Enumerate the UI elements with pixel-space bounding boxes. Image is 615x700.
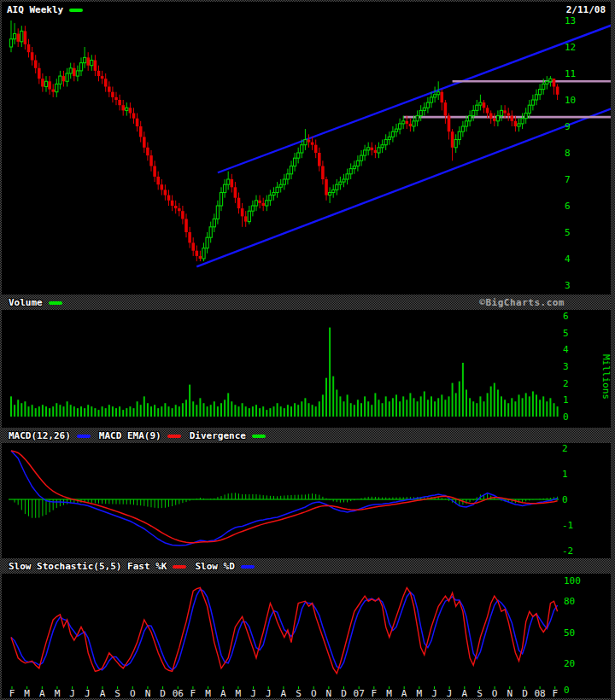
candle-body <box>496 116 499 121</box>
volume-bar <box>427 400 429 417</box>
candle-body <box>59 76 62 84</box>
volume-bar <box>147 403 149 417</box>
candle-body <box>44 81 47 86</box>
candle-body <box>143 137 146 147</box>
x-tick-label: F <box>9 688 15 698</box>
volume-bar <box>112 406 114 417</box>
candle-body <box>56 84 58 91</box>
stochastic-panel: 100805020 <box>2 574 611 686</box>
candle-body <box>108 87 111 92</box>
volume-bar <box>304 398 306 417</box>
volume-bar <box>360 403 362 417</box>
candle-body <box>244 216 248 221</box>
price-axis-label: 12 <box>565 42 576 53</box>
candle-body <box>426 102 429 108</box>
x-tick-label: J <box>250 688 256 698</box>
volume-bar <box>105 408 107 417</box>
candle-body <box>266 201 268 206</box>
volume-bar <box>234 405 236 417</box>
volume-bar <box>336 389 337 417</box>
volume-bar <box>325 378 327 417</box>
stochastic-zero-label: 0 <box>564 686 570 696</box>
volume-bar <box>497 389 499 417</box>
candle-body <box>441 92 444 102</box>
volume-bar <box>154 405 155 417</box>
volume-bar <box>420 396 422 417</box>
candle-body <box>269 195 272 201</box>
candle-body <box>329 193 331 195</box>
volume-bar <box>280 406 282 417</box>
bigcharts-stock-chart: AIQ Weekly 2/11/08 131211109876543 Volum… <box>0 0 615 700</box>
volume-bar <box>395 394 397 417</box>
candle-body <box>84 57 86 62</box>
x-tick-label: N <box>145 688 151 698</box>
divergence-label: Divergence <box>190 430 246 441</box>
volume-bar <box>172 408 173 417</box>
volume-bar <box>17 400 19 417</box>
volume-bar <box>472 401 474 417</box>
volume-bar <box>402 396 404 417</box>
volume-bar <box>87 405 89 417</box>
candle-body <box>167 195 171 201</box>
volume-bar <box>182 403 184 417</box>
candle-body <box>272 193 275 195</box>
volume-bar <box>459 382 460 417</box>
candle-body <box>391 131 394 137</box>
candle-body <box>161 184 164 190</box>
candle-body <box>297 153 300 158</box>
candle-body <box>224 184 226 192</box>
candle-body <box>51 90 55 92</box>
volume-bar <box>546 401 548 417</box>
x-tick-label: D <box>341 688 347 698</box>
volume-bar <box>49 408 50 417</box>
price-axis-label: 11 <box>565 68 576 79</box>
x-tick-label: 07 <box>354 688 365 698</box>
volume-bar <box>308 403 310 417</box>
candle-body <box>241 208 244 216</box>
volume-bar <box>430 396 432 417</box>
volume-legend-dash <box>49 301 62 305</box>
volume-bar <box>80 406 82 417</box>
macd-label: MACD(12,26) <box>9 430 71 441</box>
volume-bar <box>231 401 232 417</box>
candle-body <box>374 150 378 153</box>
volume-bar <box>168 406 170 417</box>
volume-bar <box>382 403 384 417</box>
x-tick-label: F <box>372 688 378 698</box>
candle-body <box>524 114 527 119</box>
chart-date: 2/11/08 <box>566 4 606 15</box>
volume-bar <box>343 401 345 417</box>
candle-body <box>500 110 502 115</box>
price-legend-dash <box>69 9 83 12</box>
x-tick-label: A <box>100 688 106 698</box>
x-tick-label: F <box>190 688 196 698</box>
volume-bar <box>10 396 12 417</box>
candle-body <box>118 100 121 105</box>
candle-body <box>356 160 359 166</box>
volume-bar <box>514 401 516 417</box>
volume-unit-label: Millions <box>600 354 611 400</box>
x-tick-label: D <box>160 688 166 698</box>
volume-bar <box>185 400 187 417</box>
x-tick-label: O <box>492 688 498 698</box>
volume-bar <box>266 410 267 417</box>
x-tick-label: O <box>130 688 136 698</box>
volume-bar <box>98 410 100 417</box>
volume-bar <box>38 406 40 417</box>
volume-bar <box>67 401 68 417</box>
chart-header: AIQ Weekly 2/11/08 <box>2 2 611 17</box>
volume-bar <box>207 406 208 417</box>
candle-body <box>332 190 335 192</box>
volume-bar <box>203 403 205 417</box>
volume-bar <box>161 406 162 417</box>
volume-bar <box>315 406 317 417</box>
volume-bar <box>238 406 240 417</box>
candle-body <box>360 155 362 160</box>
candle-body <box>66 73 68 81</box>
candle-body <box>86 57 90 65</box>
candle-body <box>294 158 296 166</box>
volume-bar <box>483 401 485 417</box>
stochastic-k-label: Slow Stochastic(5,5) Fast %K <box>9 561 167 572</box>
volume-bar <box>501 396 502 417</box>
volume-bar <box>59 405 61 417</box>
